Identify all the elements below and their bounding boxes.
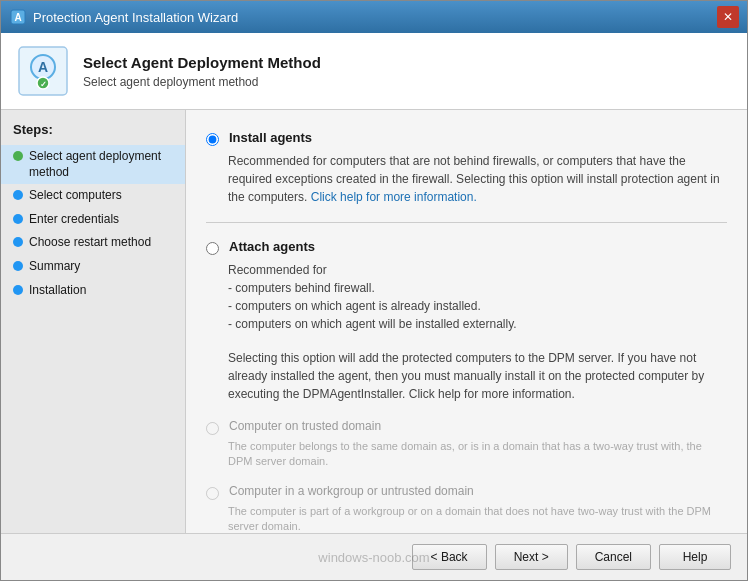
attach-bullet-1: - computers behind firewall. xyxy=(228,281,375,295)
attach-agents-description: Recommended for - computers behind firew… xyxy=(228,261,727,333)
content-area: Install agents Recommended for computers… xyxy=(186,110,747,533)
sidebar-label-installation: Installation xyxy=(29,283,86,299)
sidebar-label-select-computers: Select computers xyxy=(29,188,122,204)
attach-agents-row: Attach agents xyxy=(206,239,727,255)
sidebar-dot-choose-restart xyxy=(13,237,23,247)
attach-agents-extra-description: Selecting this option will add the prote… xyxy=(228,349,727,403)
back-button[interactable]: < Back xyxy=(412,544,487,570)
sidebar: Steps: Select agent deployment method Se… xyxy=(1,110,186,533)
trusted-domain-description: The computer belongs to the same domain … xyxy=(228,439,727,470)
attach-agents-label[interactable]: Attach agents xyxy=(229,239,315,254)
sidebar-item-choose-restart[interactable]: Choose restart method xyxy=(1,231,185,255)
main-content: Steps: Select agent deployment method Se… xyxy=(1,110,747,533)
next-button[interactable]: Next > xyxy=(495,544,568,570)
svg-text:A: A xyxy=(14,12,21,23)
workgroup-label: Computer in a workgroup or untrusted dom… xyxy=(229,484,474,498)
close-button[interactable]: ✕ xyxy=(717,6,739,28)
install-agents-row: Install agents xyxy=(206,130,727,146)
wizard-window: A Protection Agent Installation Wizard ✕… xyxy=(0,0,748,581)
sidebar-label-choose-restart: Choose restart method xyxy=(29,235,151,251)
wizard-header-icon: A ✓ xyxy=(17,45,69,97)
sidebar-dot-select-computers xyxy=(13,190,23,200)
install-agents-description: Recommended for computers that are not b… xyxy=(228,152,727,206)
install-agents-radio[interactable] xyxy=(206,133,219,146)
header-title: Select Agent Deployment Method xyxy=(83,54,321,71)
svg-text:✓: ✓ xyxy=(40,80,47,89)
attach-agents-detail: Selecting this option will add the prote… xyxy=(228,351,704,401)
sidebar-item-enter-credentials[interactable]: Enter credentials xyxy=(1,208,185,232)
attach-agents-radio[interactable] xyxy=(206,242,219,255)
trusted-domain-label: Computer on trusted domain xyxy=(229,419,381,433)
sidebar-item-installation[interactable]: Installation xyxy=(1,279,185,303)
workgroup-description: The computer is part of a workgroup or o… xyxy=(228,504,727,533)
wizard-footer: < Back Next > Cancel Help xyxy=(1,533,747,580)
attach-bullet-2: - computers on which agent is already in… xyxy=(228,299,481,313)
sidebar-dot-installation xyxy=(13,285,23,295)
window-title: Protection Agent Installation Wizard xyxy=(33,10,238,25)
workgroup-radio[interactable] xyxy=(206,487,219,500)
sidebar-label-summary: Summary xyxy=(29,259,80,275)
sidebar-dot-summary xyxy=(13,261,23,271)
workgroup-row: Computer in a workgroup or untrusted dom… xyxy=(206,484,727,500)
sidebar-dot-select-agent xyxy=(13,151,23,161)
wizard-header: A ✓ Select Agent Deployment Method Selec… xyxy=(1,33,747,110)
help-button[interactable]: Help xyxy=(659,544,731,570)
wizard-header-text: Select Agent Deployment Method Select ag… xyxy=(83,54,321,89)
sidebar-dot-enter-credentials xyxy=(13,214,23,224)
options-separator xyxy=(206,222,727,223)
svg-text:A: A xyxy=(38,59,48,75)
sidebar-item-select-computers[interactable]: Select computers xyxy=(1,184,185,208)
install-agents-link[interactable]: Click help for more information. xyxy=(311,190,477,204)
trusted-domain-row: Computer on trusted domain xyxy=(206,419,727,435)
cancel-button[interactable]: Cancel xyxy=(576,544,651,570)
install-agents-label[interactable]: Install agents xyxy=(229,130,312,145)
sidebar-label-enter-credentials: Enter credentials xyxy=(29,212,119,228)
sidebar-item-summary[interactable]: Summary xyxy=(1,255,185,279)
attach-recommended-label: Recommended for xyxy=(228,263,327,277)
attach-bullet-3: - computers on which agent will be insta… xyxy=(228,317,517,331)
sidebar-item-select-agent[interactable]: Select agent deployment method xyxy=(1,145,185,184)
header-subtitle: Select agent deployment method xyxy=(83,75,321,89)
sidebar-title: Steps: xyxy=(1,122,185,145)
trusted-domain-radio[interactable] xyxy=(206,422,219,435)
title-bar: A Protection Agent Installation Wizard ✕ xyxy=(1,1,747,33)
title-bar-left: A Protection Agent Installation Wizard xyxy=(9,8,238,26)
app-icon: A xyxy=(9,8,27,26)
sidebar-label-select-agent: Select agent deployment method xyxy=(29,149,173,180)
